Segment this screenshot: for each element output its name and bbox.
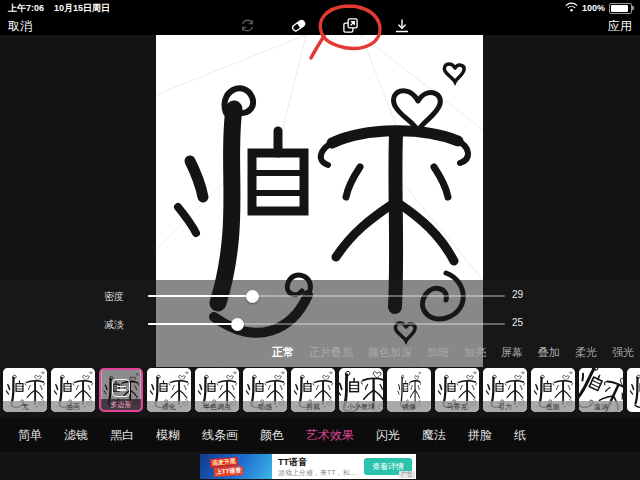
fade-value: 25 [512,317,523,328]
tab-sketch[interactable]: 线条画 [202,427,238,444]
blend-mode-lighten[interactable]: 加亮 [464,345,486,360]
ad-label-tag: 广告 [399,471,415,478]
reset-icon[interactable] [240,18,255,33]
blend-mode-soft-light[interactable]: 柔光 [575,345,597,360]
tab-blur[interactable]: 模糊 [156,427,180,444]
blend-mode-overlay[interactable]: 叠加 [538,345,560,360]
fade-slider-handle[interactable] [231,318,244,331]
density-value: 29 [512,289,523,300]
eraser-icon[interactable] [290,18,307,33]
effect-mosaic[interactable]: 马赛克 [435,368,479,412]
density-slider-handle[interactable] [246,290,259,303]
tab-magic[interactable]: 魔法 [422,427,446,444]
tab-flare[interactable]: 闪光 [376,427,400,444]
blend-mode-normal[interactable]: 正常 [272,345,294,360]
effect-cutout[interactable]: 剪裁 [291,368,335,412]
photo-editor-app: 上午7:06 10月15日周日 100% 取消 [0,0,640,480]
ad-title: TT语音 [278,457,360,468]
effect-thumbnail-strip: 无 油画 多边形 虚化 半色调点 动感 剪裁 小小星球 镜像 马赛克 引力 鱼眼… [0,368,640,416]
blend-mode-screen[interactable]: 屏幕 [501,345,523,360]
blend-mode-darken[interactable]: 加暗 [427,345,449,360]
apply-button[interactable]: 应用 [608,18,632,35]
effect-blur[interactable]: 虚化 [147,368,191,412]
effect-none[interactable]: 无 [3,368,47,412]
date: 10月15日周日 [54,2,110,15]
transform-icon[interactable] [342,17,359,34]
tab-face[interactable]: 拼脸 [468,427,492,444]
density-label: 密度 [104,290,124,304]
tab-colors[interactable]: 颜色 [260,427,284,444]
category-tab-bar: 简单 滤镜 黑白 模糊 线条画 颜色 艺术效果 闪光 魔法 拼脸 纸 [0,418,640,452]
effect-oil-painting[interactable]: 油画 [51,368,95,412]
tab-artistic[interactable]: 艺术效果 [306,427,354,444]
editor-toolbar: 取消 [0,16,640,35]
effect-fisheye[interactable]: 鱼眼 [531,368,575,412]
tab-fx[interactable]: 滤镜 [64,427,88,444]
effect-polygon[interactable]: 多边形 [99,368,143,412]
wifi-icon [565,2,578,14]
save-icon[interactable] [394,18,410,34]
adjustment-panel: 密度 29 减淡 25 正常 正片叠底 颜色加深 加暗 加亮 屏幕 叠加 柔光 … [0,280,640,367]
blend-mode-hard-light[interactable]: 强光 [612,345,634,360]
blend-mode-color-burn[interactable]: 颜色加深 [368,345,412,360]
tab-simple[interactable]: 简单 [18,427,42,444]
effect-tiny-planet[interactable]: 小小星球 [339,368,383,412]
ad-banner[interactable]: 连麦开黑 上TT语音 TT语音 游戏上分难，来TT，和大神小... 查看详情 广… [200,454,416,479]
effect-swirl[interactable]: 漩涡 [579,368,623,412]
fade-slider-row: 减淡 25 [0,314,640,334]
ad-subtitle: 游戏上分难，来TT，和大神小... [278,468,360,477]
battery-icon [609,3,632,14]
effect-gravity[interactable]: 引力 [483,368,527,412]
effect-partial[interactable] [627,368,640,412]
cancel-button[interactable]: 取消 [8,18,32,35]
blend-mode-row: 正常 正片叠底 颜色加深 加暗 加亮 屏幕 叠加 柔光 强光 [272,345,634,360]
battery-percent: 100% [582,3,605,13]
ad-image[interactable]: 连麦开黑 上TT语音 [200,454,272,479]
effect-halftone-dots[interactable]: 半色调点 [195,368,239,412]
effect-mirror[interactable]: 镜像 [387,368,431,412]
ad-text: TT语音 游戏上分难，来TT，和大神小... [272,456,364,477]
density-slider[interactable] [148,295,505,297]
density-slider-row: 密度 29 [0,286,640,306]
fade-label: 减淡 [104,318,124,332]
tab-paper[interactable]: 纸 [514,427,526,444]
blend-mode-multiply[interactable]: 正片叠底 [309,345,353,360]
status-bar: 上午7:06 10月15日周日 100% [0,0,640,16]
fade-slider[interactable] [148,323,505,325]
adjust-settings-icon [112,379,130,397]
effect-motion[interactable]: 动感 [243,368,287,412]
tab-black-white[interactable]: 黑白 [110,427,134,444]
clock: 上午7:06 [8,2,44,15]
